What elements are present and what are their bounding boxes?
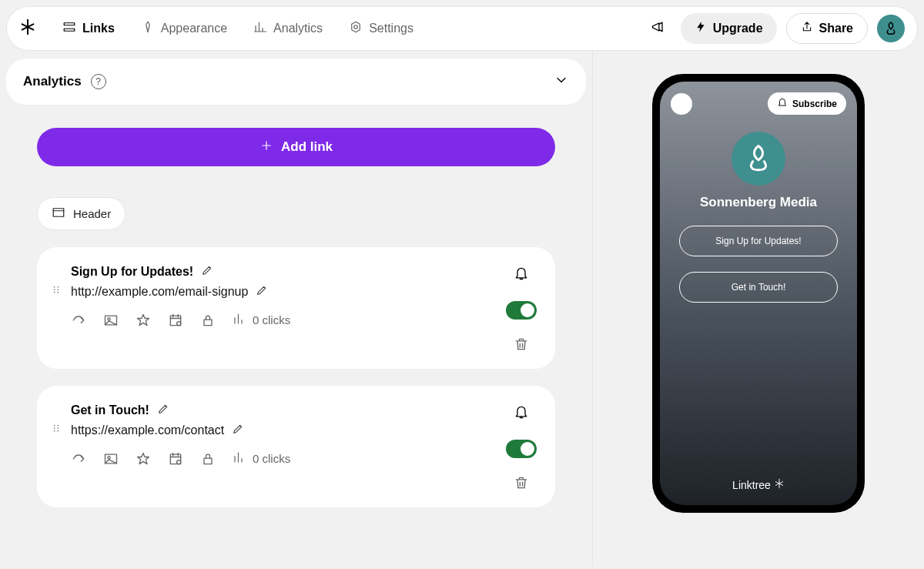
- link-url: https://example.com/contact: [71, 423, 224, 437]
- star-icon[interactable]: [136, 313, 151, 328]
- preview-link[interactable]: Sign Up for Updates!: [679, 226, 837, 256]
- header-icon: [52, 206, 65, 222]
- editor-panel: Analytics ? Add link Header Sign Up f: [0, 51, 593, 566]
- svg-point-23: [108, 456, 110, 458]
- svg-point-5: [54, 286, 55, 288]
- linktree-label: Linktree: [732, 479, 771, 491]
- schedule-icon[interactable]: [168, 451, 183, 467]
- drag-handle[interactable]: [51, 403, 62, 437]
- nav-settings-label: Settings: [369, 22, 413, 35]
- svg-point-21: [57, 430, 59, 432]
- chart-icon: [233, 450, 246, 467]
- clicks-text: 0 clicks: [253, 452, 290, 465]
- edit-url-icon[interactable]: [256, 284, 268, 300]
- redirect-icon[interactable]: [71, 313, 86, 328]
- drag-handle[interactable]: [51, 264, 62, 298]
- chevron-down-icon: [554, 72, 569, 91]
- svg-marker-2: [352, 22, 360, 32]
- edit-title-icon[interactable]: [157, 403, 169, 418]
- svg-point-12: [108, 317, 110, 320]
- analytics-card[interactable]: Analytics ?: [6, 59, 586, 105]
- analytics-title: Analytics: [23, 74, 82, 89]
- edit-url-icon[interactable]: [232, 423, 244, 438]
- svg-point-17: [57, 425, 59, 427]
- preview-profile-name: Sonnenberg Media: [700, 195, 817, 210]
- delete-icon[interactable]: [514, 475, 529, 494]
- share-label: Share: [819, 22, 853, 35]
- svg-point-18: [54, 427, 55, 429]
- svg-rect-15: [204, 320, 212, 326]
- svg-point-6: [57, 286, 59, 288]
- appearance-icon: [141, 20, 155, 37]
- preview-avatar: [732, 132, 785, 186]
- svg-point-7: [54, 289, 55, 290]
- svg-rect-1: [64, 28, 75, 31]
- visibility-toggle[interactable]: [506, 440, 537, 458]
- svg-point-25: [177, 460, 181, 464]
- help-icon[interactable]: ?: [91, 74, 106, 89]
- chart-icon: [233, 312, 246, 328]
- add-header-button[interactable]: Header: [37, 197, 126, 230]
- nav-appearance-label: Appearance: [161, 22, 227, 35]
- svg-rect-4: [53, 209, 64, 217]
- nav-links[interactable]: Links: [56, 15, 121, 42]
- svg-rect-0: [64, 23, 75, 25]
- bolt-icon: [695, 21, 707, 36]
- preview-share-button[interactable]: [671, 93, 692, 115]
- plus-icon: [259, 139, 273, 156]
- svg-point-8: [57, 289, 59, 290]
- thumbnail-icon[interactable]: [103, 451, 119, 467]
- link-url: http://example.com/email-signup: [71, 285, 248, 299]
- nav-appearance[interactable]: Appearance: [135, 15, 233, 42]
- preview-subscribe-button[interactable]: Subscribe: [768, 92, 846, 115]
- add-link-label: Add link: [281, 139, 333, 155]
- preview-link[interactable]: Get in Touch!: [679, 272, 837, 303]
- settings-icon: [349, 20, 363, 37]
- upgrade-label: Upgrade: [713, 22, 763, 35]
- bell-icon: [777, 97, 788, 110]
- phone-frame: Subscribe Sonnenberg Media Sign Up for U…: [652, 74, 865, 513]
- nav-settings[interactable]: Settings: [343, 15, 420, 42]
- share-button[interactable]: Share: [786, 13, 868, 44]
- notify-icon[interactable]: [514, 266, 529, 284]
- user-avatar[interactable]: [877, 15, 905, 42]
- top-right-actions: Upgrade Share: [645, 13, 905, 44]
- thumbnail-icon[interactable]: [103, 313, 119, 328]
- link-title: Get in Touch!: [71, 403, 149, 417]
- link-card: Sign Up for Updates! http://example.com/…: [37, 247, 555, 369]
- share-icon: [801, 21, 813, 36]
- notify-icon[interactable]: [514, 404, 529, 423]
- top-bar: Links Appearance Analytics Settings Upgr…: [6, 6, 918, 51]
- link-title: Sign Up for Updates!: [71, 265, 193, 279]
- svg-point-9: [54, 292, 55, 293]
- visibility-toggle[interactable]: [506, 301, 537, 320]
- clicks-counter: 0 clicks: [233, 312, 290, 328]
- clicks-text: 0 clicks: [253, 313, 290, 326]
- add-link-button[interactable]: Add link: [37, 128, 555, 166]
- svg-rect-24: [170, 454, 180, 464]
- star-icon[interactable]: [136, 451, 151, 467]
- svg-point-10: [57, 292, 59, 293]
- linktree-logo-icon: [19, 18, 36, 38]
- preview-panel: Subscribe Sonnenberg Media Sign Up for U…: [593, 51, 924, 566]
- nav-analytics[interactable]: Analytics: [247, 15, 329, 42]
- preview-footer: Linktree: [660, 478, 857, 491]
- svg-point-20: [54, 430, 55, 432]
- phone-screen: Subscribe Sonnenberg Media Sign Up for U…: [660, 82, 857, 505]
- links-icon: [62, 20, 76, 37]
- lock-icon[interactable]: [200, 451, 216, 467]
- edit-title-icon[interactable]: [201, 264, 213, 279]
- clicks-counter: 0 clicks: [233, 450, 290, 467]
- link-card: Get in Touch! https://example.com/contac…: [37, 386, 555, 507]
- redirect-icon[interactable]: [71, 451, 86, 467]
- delete-icon[interactable]: [514, 336, 529, 355]
- svg-point-3: [354, 25, 358, 29]
- lock-icon[interactable]: [200, 313, 216, 328]
- header-label: Header: [73, 207, 111, 220]
- upgrade-button[interactable]: Upgrade: [681, 13, 777, 44]
- megaphone-icon: [651, 19, 666, 38]
- svg-point-14: [177, 321, 181, 325]
- schedule-icon[interactable]: [168, 313, 183, 328]
- linktree-asterisk-icon: [774, 478, 785, 491]
- announcements-button[interactable]: [645, 15, 671, 42]
